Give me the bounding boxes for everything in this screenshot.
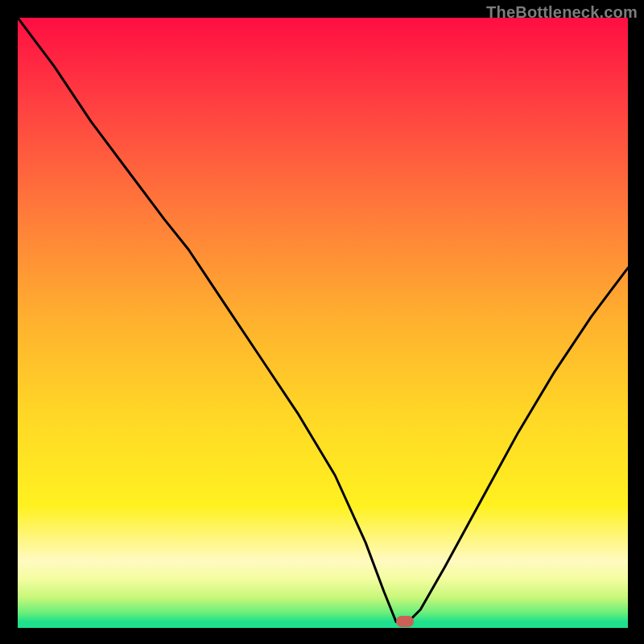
plot-area <box>18 18 628 628</box>
chart-stage: TheBottleneck.com <box>0 0 644 644</box>
optimal-marker <box>396 616 414 627</box>
bottleneck-curve <box>18 18 628 628</box>
curve-path <box>18 18 628 621</box>
watermark-text: TheBottleneck.com <box>486 3 638 22</box>
